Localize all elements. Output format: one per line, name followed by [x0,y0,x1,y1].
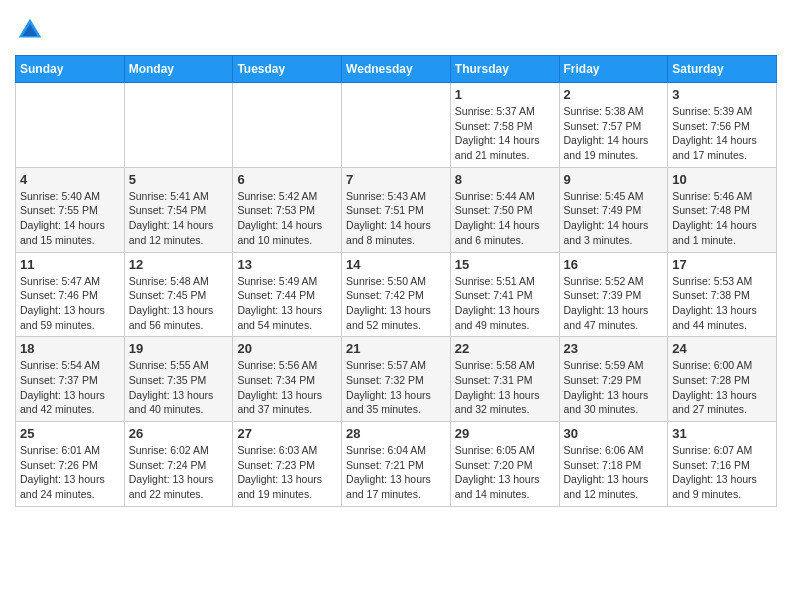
column-header-monday: Monday [124,56,233,83]
day-info: Sunrise: 5:44 AMSunset: 7:50 PMDaylight:… [455,189,555,248]
column-header-friday: Friday [559,56,668,83]
day-number: 4 [20,172,120,187]
column-header-tuesday: Tuesday [233,56,342,83]
calendar-cell: 15Sunrise: 5:51 AMSunset: 7:41 PMDayligh… [450,252,559,337]
calendar-cell: 22Sunrise: 5:58 AMSunset: 7:31 PMDayligh… [450,337,559,422]
calendar-cell: 17Sunrise: 5:53 AMSunset: 7:38 PMDayligh… [668,252,777,337]
calendar-cell: 6Sunrise: 5:42 AMSunset: 7:53 PMDaylight… [233,167,342,252]
calendar-cell: 19Sunrise: 5:55 AMSunset: 7:35 PMDayligh… [124,337,233,422]
calendar-cell: 10Sunrise: 5:46 AMSunset: 7:48 PMDayligh… [668,167,777,252]
calendar-cell: 9Sunrise: 5:45 AMSunset: 7:49 PMDaylight… [559,167,668,252]
day-info: Sunrise: 5:59 AMSunset: 7:29 PMDaylight:… [564,358,664,417]
logo [15,15,49,45]
day-info: Sunrise: 5:56 AMSunset: 7:34 PMDaylight:… [237,358,337,417]
page-header [15,15,777,45]
day-info: Sunrise: 5:48 AMSunset: 7:45 PMDaylight:… [129,274,229,333]
calendar-cell: 5Sunrise: 5:41 AMSunset: 7:54 PMDaylight… [124,167,233,252]
calendar-cell: 12Sunrise: 5:48 AMSunset: 7:45 PMDayligh… [124,252,233,337]
day-info: Sunrise: 6:06 AMSunset: 7:18 PMDaylight:… [564,443,664,502]
day-info: Sunrise: 5:57 AMSunset: 7:32 PMDaylight:… [346,358,446,417]
day-info: Sunrise: 6:05 AMSunset: 7:20 PMDaylight:… [455,443,555,502]
calendar-cell: 28Sunrise: 6:04 AMSunset: 7:21 PMDayligh… [342,422,451,507]
calendar-cell: 13Sunrise: 5:49 AMSunset: 7:44 PMDayligh… [233,252,342,337]
calendar-cell: 24Sunrise: 6:00 AMSunset: 7:28 PMDayligh… [668,337,777,422]
day-number: 19 [129,341,229,356]
calendar-cell: 18Sunrise: 5:54 AMSunset: 7:37 PMDayligh… [16,337,125,422]
calendar-cell: 30Sunrise: 6:06 AMSunset: 7:18 PMDayligh… [559,422,668,507]
day-number: 1 [455,87,555,102]
calendar-cell: 7Sunrise: 5:43 AMSunset: 7:51 PMDaylight… [342,167,451,252]
day-number: 27 [237,426,337,441]
day-number: 2 [564,87,664,102]
day-info: Sunrise: 6:07 AMSunset: 7:16 PMDaylight:… [672,443,772,502]
day-number: 10 [672,172,772,187]
day-number: 9 [564,172,664,187]
day-number: 29 [455,426,555,441]
calendar-cell: 4Sunrise: 5:40 AMSunset: 7:55 PMDaylight… [16,167,125,252]
calendar-cell: 14Sunrise: 5:50 AMSunset: 7:42 PMDayligh… [342,252,451,337]
day-info: Sunrise: 5:43 AMSunset: 7:51 PMDaylight:… [346,189,446,248]
calendar-cell [124,83,233,168]
calendar-cell: 20Sunrise: 5:56 AMSunset: 7:34 PMDayligh… [233,337,342,422]
day-number: 20 [237,341,337,356]
day-info: Sunrise: 5:37 AMSunset: 7:58 PMDaylight:… [455,104,555,163]
day-info: Sunrise: 5:51 AMSunset: 7:41 PMDaylight:… [455,274,555,333]
calendar-cell: 16Sunrise: 5:52 AMSunset: 7:39 PMDayligh… [559,252,668,337]
column-header-wednesday: Wednesday [342,56,451,83]
day-number: 17 [672,257,772,272]
day-number: 28 [346,426,446,441]
calendar-cell: 26Sunrise: 6:02 AMSunset: 7:24 PMDayligh… [124,422,233,507]
day-number: 12 [129,257,229,272]
day-info: Sunrise: 5:53 AMSunset: 7:38 PMDaylight:… [672,274,772,333]
day-number: 5 [129,172,229,187]
day-number: 14 [346,257,446,272]
day-info: Sunrise: 5:38 AMSunset: 7:57 PMDaylight:… [564,104,664,163]
calendar-cell: 11Sunrise: 5:47 AMSunset: 7:46 PMDayligh… [16,252,125,337]
day-info: Sunrise: 5:39 AMSunset: 7:56 PMDaylight:… [672,104,772,163]
day-number: 6 [237,172,337,187]
calendar-cell: 29Sunrise: 6:05 AMSunset: 7:20 PMDayligh… [450,422,559,507]
calendar-cell: 3Sunrise: 5:39 AMSunset: 7:56 PMDaylight… [668,83,777,168]
calendar-week-3: 11Sunrise: 5:47 AMSunset: 7:46 PMDayligh… [16,252,777,337]
day-number: 3 [672,87,772,102]
day-number: 26 [129,426,229,441]
day-number: 30 [564,426,664,441]
day-info: Sunrise: 5:47 AMSunset: 7:46 PMDaylight:… [20,274,120,333]
logo-icon [15,15,45,45]
column-header-saturday: Saturday [668,56,777,83]
day-number: 18 [20,341,120,356]
calendar-week-2: 4Sunrise: 5:40 AMSunset: 7:55 PMDaylight… [16,167,777,252]
calendar-cell [342,83,451,168]
day-info: Sunrise: 6:04 AMSunset: 7:21 PMDaylight:… [346,443,446,502]
day-number: 16 [564,257,664,272]
day-number: 11 [20,257,120,272]
day-number: 7 [346,172,446,187]
day-number: 25 [20,426,120,441]
calendar-cell: 25Sunrise: 6:01 AMSunset: 7:26 PMDayligh… [16,422,125,507]
day-number: 23 [564,341,664,356]
calendar-cell: 21Sunrise: 5:57 AMSunset: 7:32 PMDayligh… [342,337,451,422]
column-header-sunday: Sunday [16,56,125,83]
calendar-cell: 27Sunrise: 6:03 AMSunset: 7:23 PMDayligh… [233,422,342,507]
column-header-thursday: Thursday [450,56,559,83]
day-number: 13 [237,257,337,272]
calendar-header-row: SundayMondayTuesdayWednesdayThursdayFrid… [16,56,777,83]
calendar-cell: 1Sunrise: 5:37 AMSunset: 7:58 PMDaylight… [450,83,559,168]
day-info: Sunrise: 5:58 AMSunset: 7:31 PMDaylight:… [455,358,555,417]
day-info: Sunrise: 5:50 AMSunset: 7:42 PMDaylight:… [346,274,446,333]
day-info: Sunrise: 5:41 AMSunset: 7:54 PMDaylight:… [129,189,229,248]
calendar-cell: 2Sunrise: 5:38 AMSunset: 7:57 PMDaylight… [559,83,668,168]
calendar-cell: 23Sunrise: 5:59 AMSunset: 7:29 PMDayligh… [559,337,668,422]
calendar-cell [233,83,342,168]
calendar-cell: 31Sunrise: 6:07 AMSunset: 7:16 PMDayligh… [668,422,777,507]
day-info: Sunrise: 5:52 AMSunset: 7:39 PMDaylight:… [564,274,664,333]
day-number: 8 [455,172,555,187]
day-info: Sunrise: 5:42 AMSunset: 7:53 PMDaylight:… [237,189,337,248]
day-number: 24 [672,341,772,356]
day-number: 15 [455,257,555,272]
calendar-table: SundayMondayTuesdayWednesdayThursdayFrid… [15,55,777,507]
day-info: Sunrise: 5:45 AMSunset: 7:49 PMDaylight:… [564,189,664,248]
day-info: Sunrise: 6:01 AMSunset: 7:26 PMDaylight:… [20,443,120,502]
day-number: 31 [672,426,772,441]
day-number: 21 [346,341,446,356]
